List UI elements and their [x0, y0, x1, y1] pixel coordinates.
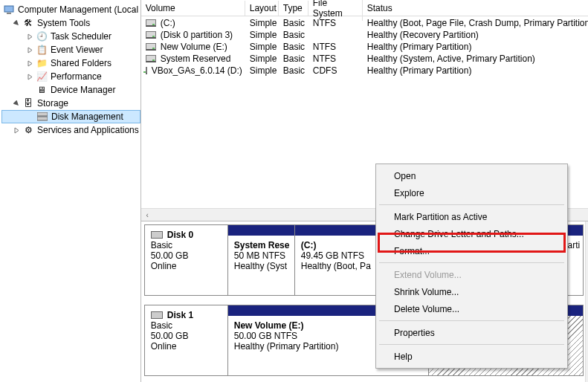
ctx-help[interactable]: Help	[378, 348, 566, 365]
volume-name: (Disk 0 partition 3)	[161, 30, 233, 40]
drive-icon	[146, 19, 156, 27]
tree-event-viewer[interactable]: 📋 Event Viewer	[1, 43, 140, 56]
volume-layout: Simple	[245, 18, 279, 28]
svg-rect-0	[4, 6, 13, 12]
volume-type: Basic	[279, 18, 308, 28]
ctx-separator	[379, 204, 564, 205]
volume-fs: NTFS	[308, 42, 363, 52]
volume-name: VBox_GAs_6.0.14 (D:)	[152, 65, 242, 76]
volume-status: Healthy (Recovery Partition)	[363, 30, 588, 40]
scroll-right-icon[interactable]: ›	[584, 209, 588, 221]
volume-status: Healthy (Primary Partition)	[363, 42, 588, 52]
volume-status: Healthy (Primary Partition)	[363, 65, 588, 76]
volume-row[interactable]: (Disk 0 partition 3)SimpleBasicHealthy (…	[141, 28, 588, 40]
device-icon: 🖥	[36, 84, 48, 96]
tree-performance[interactable]: 📈 Performance	[1, 70, 140, 83]
volume-type: Basic	[279, 65, 308, 76]
ctx-open[interactable]: Open	[378, 167, 566, 184]
volume-layout: Simple	[245, 54, 279, 64]
volume-fs: CDFS	[308, 65, 363, 76]
volume-type: Basic	[279, 30, 308, 40]
ctx-separator	[379, 320, 564, 321]
col-layout[interactable]: Layout	[245, 1, 279, 16]
nav-tree[interactable]: Computer Management (Local 🛠 System Tool…	[0, 0, 141, 382]
volume-type: Basic	[279, 42, 308, 52]
volume-fs: NTFS	[308, 54, 363, 64]
tree-shared-folders[interactable]: 📁 Shared Folders	[1, 56, 140, 70]
col-type[interactable]: Type	[279, 1, 308, 16]
disk-management-label: Disk Management	[51, 111, 123, 122]
vertical-scrollbar[interactable]	[585, 221, 588, 382]
volume-row[interactable]: (C:)SimpleBasicNTFSHealthy (Boot, Page F…	[141, 16, 588, 28]
twisty-closed-icon[interactable]	[12, 126, 21, 135]
drive-icon	[146, 43, 156, 51]
volume-status: Healthy (System, Active, Primary Partiti…	[363, 54, 588, 64]
ctx-format[interactable]: Format...	[378, 242, 566, 259]
tree-root[interactable]: Computer Management (Local	[1, 3, 140, 16]
performance-label: Performance	[51, 71, 102, 82]
disk-title: Disk 0	[167, 230, 193, 240]
services-icon: ⚙	[22, 124, 34, 136]
disk-title: Disk 1	[167, 310, 193, 320]
twisty-closed-icon[interactable]	[25, 72, 34, 81]
volume-layout: Simple	[245, 65, 279, 76]
disk-state: Online	[151, 341, 222, 352]
volume-status: Healthy (Boot, Page File, Crash Dump, Pr…	[363, 18, 588, 28]
volume-row[interactable]: New Volume (E:)SimpleBasicNTFSHealthy (P…	[141, 40, 588, 52]
context-menu: Open Explore Mark Partition as Active Ch…	[375, 164, 568, 369]
disk-info-cell[interactable]: Disk 1 Basic 50.00 GB Online	[145, 305, 228, 375]
device-manager-label: Device Manager	[51, 85, 115, 95]
ctx-delete[interactable]: Delete Volume...	[378, 300, 566, 317]
ctx-separator	[379, 262, 564, 263]
volume-list-header[interactable]: Volume Layout Type File System Status	[141, 0, 588, 16]
ctx-mark-active[interactable]: Mark Partition as Active	[378, 208, 566, 225]
disk-state: Online	[151, 261, 222, 271]
drive-icon	[146, 31, 156, 39]
task-scheduler-label: Task Scheduler	[51, 31, 112, 42]
disk-size: 50.00 GB	[151, 250, 222, 261]
disk-mgmt-icon	[36, 111, 48, 123]
twisty-closed-icon[interactable]	[25, 59, 34, 68]
scroll-left-icon[interactable]: ‹	[141, 209, 154, 221]
ctx-properties[interactable]: Properties	[378, 324, 566, 341]
ctx-explore[interactable]: Explore	[378, 184, 566, 201]
volume-row[interactable]: System ReservedSimpleBasicNTFSHealthy (S…	[141, 52, 588, 64]
twisty-closed-icon[interactable]	[25, 45, 34, 54]
twisty-open-icon[interactable]	[12, 99, 21, 108]
partition-size: 50 MB NTFS	[234, 250, 288, 261]
volume-type: Basic	[279, 54, 308, 64]
tree-disk-management[interactable]: Disk Management	[1, 110, 140, 123]
ctx-change-letter[interactable]: Change Drive Letter and Paths...	[378, 225, 566, 242]
tree-root-label: Computer Management (Local	[18, 4, 138, 15]
partition-system-reserved[interactable]: System Rese 50 MB NTFS Healthy (Syst	[228, 225, 295, 295]
system-tools-label: System Tools	[37, 18, 90, 28]
ctx-separator	[379, 344, 564, 345]
tree-device-manager[interactable]: 🖥 Device Manager	[1, 83, 140, 97]
disk-size: 50.00 GB	[151, 331, 222, 341]
volume-name: System Reserved	[161, 54, 231, 64]
performance-icon: 📈	[36, 71, 48, 82]
folder-icon: 📁	[36, 57, 48, 69]
tree-storage[interactable]: 🗄 Storage	[1, 97, 140, 110]
tree-services-apps[interactable]: ⚙ Services and Applications	[1, 123, 140, 137]
disk-icon	[151, 231, 163, 239]
col-volume[interactable]: Volume	[141, 1, 245, 16]
ctx-shrink[interactable]: Shrink Volume...	[378, 283, 566, 300]
event-icon: 📋	[36, 44, 48, 56]
volume-layout: Simple	[245, 30, 279, 40]
volume-name: (C:)	[161, 18, 175, 28]
volume-row[interactable]: VBox_GAs_6.0.14 (D:)SimpleBasicCDFSHealt…	[141, 64, 588, 76]
tree-system-tools[interactable]: 🛠 System Tools	[1, 16, 140, 30]
svg-rect-3	[37, 117, 48, 120]
wrench-icon: 🛠	[22, 17, 34, 29]
event-viewer-label: Event Viewer	[51, 45, 103, 55]
col-status[interactable]: Status	[363, 1, 588, 16]
twisty-open-icon[interactable]	[12, 19, 21, 27]
partition-title: System Rese	[234, 240, 288, 250]
disk-info-cell[interactable]: Disk 0 Basic 50.00 GB Online	[145, 225, 228, 295]
twisty-closed-icon[interactable]	[25, 32, 34, 41]
tree-task-scheduler[interactable]: 🕘 Task Scheduler	[1, 30, 140, 43]
volume-name: New Volume (E:)	[161, 42, 227, 52]
disk-kind: Basic	[151, 320, 222, 331]
partition-color-bar	[228, 225, 294, 236]
